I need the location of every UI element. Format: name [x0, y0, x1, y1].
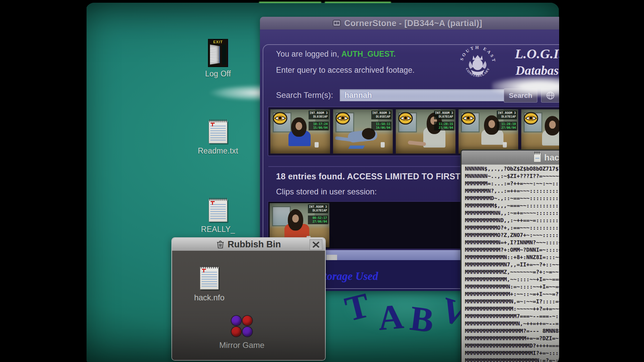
bin-item-label: hack.nfo [194, 293, 225, 302]
clip-time: 11:28:15 [435, 122, 453, 126]
camera-label: INT.ROOM 3 [435, 111, 453, 115]
table-papers [348, 145, 365, 149]
notepad-logo [211, 201, 215, 202]
login-prefix: You are logged in, [276, 50, 341, 58]
storage-bar-notch [326, 255, 337, 260]
login-username: AUTH_GUEST. [341, 50, 396, 58]
water-cup [503, 142, 507, 147]
hack-nfo-titlebar[interactable]: hack.nfo [462, 150, 559, 165]
clip-camera-overlay: INT.ROOM 3DL07B1AP 11:28:1927/06/94 [497, 111, 517, 130]
dot-red [243, 316, 252, 325]
viewed-eye-icon [398, 111, 413, 125]
person-hair [545, 116, 559, 135]
viewed-eye-icon [272, 111, 288, 125]
hack-nfo-window: NNNNNN$,,.,,?ObZ$Z$bO8bOZ717$71??1??1$Z … [461, 149, 559, 362]
dot-purple [231, 316, 241, 325]
constabulary-crest-icon: SOUTH EAST CONSTABULARY [458, 44, 497, 83]
person-torso [481, 129, 503, 145]
clip-camera-overlay: INT.ROOM 3DL07B1AP 11:28:1527/06/94 [434, 111, 454, 130]
camera-code: DL03B1AP [310, 115, 328, 119]
desktop: T A B V EXIT Log Off Readme.txt REALLY_ … [86, 3, 559, 362]
desktop-icon-label: REALLY_ [201, 225, 235, 234]
rubbish-bin-titlebar[interactable]: Rubbish Bin [172, 238, 325, 251]
clip-date: 15/06/94 [310, 126, 328, 130]
result-clip-2[interactable]: INT.ROOM 3DL05B1AP 11:58:1116/06/94 [333, 109, 393, 154]
viewed-eye-icon [523, 111, 539, 125]
clip-date: 16/06/94 [372, 126, 390, 130]
result-clip-4[interactable]: INT.ROOM 3DL07B1AP 11:28:1927/06/94 [459, 109, 518, 154]
notepad-logo [211, 123, 215, 124]
crt-monitor: T A B V EXIT Log Off Readme.txt REALLY_ … [0, 0, 644, 362]
result-clip-5[interactable]: INT.ROOM 3DL09B1AP 11:16:2101/07/94 [521, 109, 559, 154]
desktop-icon-readme[interactable]: Readme.txt [196, 121, 240, 156]
door-panel [210, 45, 219, 65]
crt-edge-glow [259, 2, 321, 3]
text-file-icon [209, 199, 227, 222]
clip-camera-overlay: INT.ROOM 3DL03B1AP 10:17:2415/06/94 [309, 111, 329, 130]
query-prompt: Enter query to access archived footage. [276, 66, 415, 75]
door-opening [222, 45, 226, 65]
rubbish-bin-close-button[interactable] [310, 239, 322, 250]
desktop-icon-label: Log Off [205, 69, 231, 78]
person-hair [291, 117, 307, 137]
person-arm [408, 140, 426, 146]
person-torso [423, 127, 445, 147]
search-label: Search Term(s): [276, 90, 333, 100]
clip-camera-overlay: INT.ROOM 3DL07B1AP 00:52:1727/06/94 [308, 204, 328, 224]
water-cup [381, 142, 385, 147]
screen-glare [492, 73, 559, 97]
cornerstone-titlebar[interactable]: CornerStone - [DB344~A (partial)] [260, 17, 559, 29]
dot-purple [243, 327, 252, 337]
monitor-bezel-left [0, 0, 87, 362]
trash-icon [216, 240, 224, 249]
person-arm [335, 136, 355, 142]
clip-time: 11:28:19 [498, 122, 516, 126]
logic-title: L.O.G.I.C. [515, 46, 559, 62]
person-face [549, 121, 556, 129]
person-face [488, 120, 495, 128]
notepad-logo [202, 269, 206, 270]
desktop-icon-label: Readme.txt [198, 146, 238, 156]
text-file-icon [200, 267, 219, 290]
camera-code: DL05B1AP [372, 115, 390, 119]
rubbish-bin-window: hack.nfo Mirror Game [171, 237, 326, 361]
clip-date: 27/06/94 [435, 126, 453, 130]
search-input[interactable] [340, 89, 515, 101]
clip-time: 00:52:17 [309, 216, 327, 220]
person-torso [542, 130, 559, 145]
viewed-eye-icon [461, 111, 476, 125]
exit-sign: EXIT [213, 40, 223, 44]
camera-code: DL07B1AP [309, 209, 327, 213]
cornerstone-app-icon [333, 19, 341, 27]
camera-label: INT.ROOM 3 [310, 111, 328, 115]
desktop-icon-log-off[interactable]: EXIT Log Off [196, 40, 240, 78]
viewed-eye-icon [335, 111, 351, 125]
person-face [296, 122, 302, 130]
desktop-icon-really-readme[interactable]: REALLY_ Readme!!!.txt [196, 199, 240, 240]
person-torso [347, 129, 378, 143]
camera-code: DL07B1AP [435, 115, 453, 119]
bin-item-mirror-game[interactable]: Mirror Game [215, 315, 269, 350]
bin-item-hack-nfo[interactable]: hack.nfo [187, 267, 231, 302]
wallpaper-letter-a: A [376, 296, 405, 338]
camera-code: DL07B1AP [498, 115, 516, 119]
result-clip-3[interactable]: INT.ROOM 3DL07B1AP 11:28:1527/06/94 [396, 109, 455, 154]
clip-camera-overlay: INT.ROOM 3DL05B1AP 11:58:1116/06/94 [371, 111, 391, 130]
result-clip-1[interactable]: INT.ROOM 3DL03B1AP 10:17:2415/06/94 [270, 109, 330, 154]
log-off-door-icon: EXIT [209, 40, 227, 66]
room-window [272, 206, 291, 226]
water-cup [315, 142, 319, 147]
rubbish-bin-body: hack.nfo Mirror Game [172, 251, 325, 360]
clip-date: 27/06/94 [498, 126, 516, 130]
text-file-icon [534, 153, 541, 162]
person-face [292, 215, 299, 223]
clip-date: 27/06/94 [309, 220, 327, 224]
person-torso [288, 131, 311, 146]
clip-time: 10:17:24 [310, 122, 328, 126]
search-results-row: INT.ROOM 3DL03B1AP 10:17:2415/06/94 [268, 107, 559, 156]
session-clips-label: Clips stored in user session: [276, 187, 377, 196]
mirror-game-icon [231, 315, 253, 337]
window-title: Rubbish Bin [228, 239, 281, 250]
hack-nfo-body: NNNNNN$,,.,,?ObZ$Z$bO8bOZ717$71??1??1$Z … [462, 165, 559, 362]
monitor-bezel-right [559, 0, 644, 362]
